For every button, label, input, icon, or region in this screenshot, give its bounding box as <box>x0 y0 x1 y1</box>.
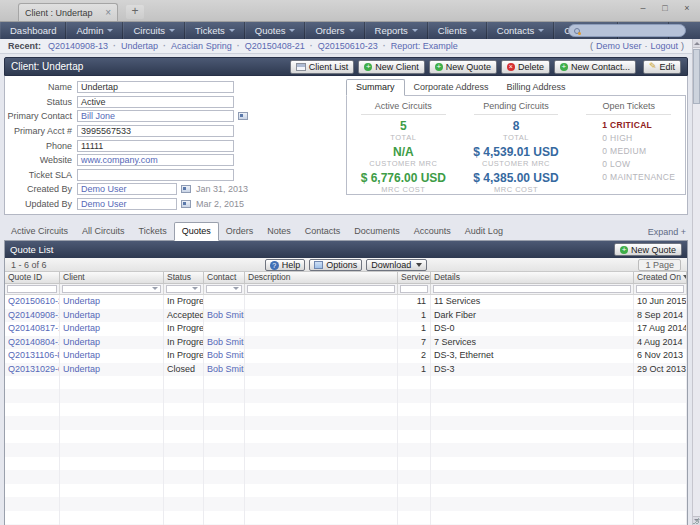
filter-quote-id[interactable] <box>7 285 57 293</box>
client-link[interactable]: Undertap <box>60 363 164 377</box>
col-status[interactable]: Status <box>164 272 204 283</box>
nav-item-reports[interactable]: Reports <box>365 22 428 39</box>
new-quote-button[interactable]: New Quote <box>614 243 682 256</box>
filter-contact-dropdown[interactable] <box>206 285 242 293</box>
filter-status-dropdown[interactable] <box>166 285 201 293</box>
tab-tickets[interactable]: Tickets <box>132 223 174 240</box>
user-link[interactable]: Demo User <box>596 41 642 51</box>
nav-item-tickets[interactable]: Tickets <box>185 22 245 39</box>
help-button[interactable]: Help <box>265 259 306 271</box>
tab-all-circuits[interactable]: All Circuits <box>75 223 132 240</box>
tab-orders[interactable]: Orders <box>219 223 261 240</box>
recent-link[interactable]: Q20140908-13 <box>48 41 108 51</box>
tab-summary[interactable]: Summary <box>346 79 405 96</box>
primary-contact-link[interactable]: Bill Jone <box>81 111 115 121</box>
name-field[interactable]: Undertap <box>77 81 234 93</box>
filter-details[interactable] <box>433 285 631 293</box>
created-by-link[interactable]: Demo User <box>81 184 127 194</box>
quote-id-link[interactable]: Q20140817-11 <box>5 322 60 336</box>
quote-id-link[interactable]: Q20140908-13 <box>5 309 60 323</box>
primary-acct-field[interactable]: 3995567533 <box>77 125 234 137</box>
quote-id-link[interactable]: Q20131029-6 <box>5 363 60 377</box>
contact-link[interactable]: Bob Smith <box>204 363 245 377</box>
recent-link[interactable]: Acacian Spring <box>158 41 232 51</box>
quote-id-link[interactable]: Q20131106-8 <box>5 349 60 363</box>
close-icon[interactable]: × <box>682 3 692 13</box>
table-row[interactable]: Q20140908-13 Undertap Accepted Bob Smith… <box>5 309 687 323</box>
contact-link[interactable] <box>204 295 245 309</box>
created-by-field[interactable]: Demo User <box>77 183 177 195</box>
col-quote-id[interactable]: Quote ID <box>5 272 60 283</box>
new-tab-button[interactable]: + <box>126 5 144 19</box>
scroll-up-icon[interactable] <box>693 39 700 48</box>
delete-button[interactable]: Delete <box>501 60 550 74</box>
col-client[interactable]: Client <box>60 272 164 283</box>
maximize-icon[interactable]: □ <box>660 3 670 13</box>
tab-billing-address[interactable]: Billing Address <box>498 80 575 95</box>
new-contact-button[interactable]: New Contact... <box>554 60 636 74</box>
col-created-on[interactable]: Created On <box>634 272 687 283</box>
client-list-button[interactable]: Client List <box>290 60 355 74</box>
expand-link[interactable]: Expand + <box>648 227 688 240</box>
nav-item-quotes[interactable]: Quotes <box>245 22 306 39</box>
scrollbar-thumb[interactable] <box>693 49 700 104</box>
tab-close-icon[interactable]: × <box>105 7 111 18</box>
tab-notes[interactable]: Notes <box>260 223 298 240</box>
updated-by-link[interactable]: Demo User <box>81 199 127 209</box>
recent-link[interactable]: Undertap <box>108 41 158 51</box>
col-details[interactable]: Details <box>431 272 634 283</box>
recent-link[interactable]: Q20150610-23 <box>305 41 378 51</box>
new-quote-button[interactable]: New Quote <box>429 60 497 74</box>
nav-item-circuits[interactable]: Circuits <box>123 22 185 39</box>
tab-quotes[interactable]: Quotes <box>174 222 219 241</box>
nav-item-contacts[interactable]: Contacts <box>487 22 555 39</box>
tab-documents[interactable]: Documents <box>347 223 407 240</box>
search-input[interactable] <box>583 26 680 36</box>
quote-id-link[interactable]: Q20150610-23 <box>5 295 60 309</box>
client-link[interactable]: Undertap <box>60 322 164 336</box>
nav-item-orders[interactable]: Orders <box>305 22 364 39</box>
website-link[interactable]: www.company.com <box>81 155 158 165</box>
recent-link[interactable]: Report: Example <box>378 41 458 51</box>
download-button[interactable]: Download <box>366 259 427 271</box>
website-field[interactable]: www.company.com <box>77 154 234 166</box>
filter-description[interactable] <box>247 285 395 293</box>
col-description[interactable]: Description <box>245 272 398 283</box>
contact-card-icon[interactable] <box>181 200 191 208</box>
options-button[interactable]: Options <box>309 259 362 271</box>
nav-item-admin[interactable]: Admin <box>66 22 123 39</box>
table-row[interactable]: Q20140817-11 Undertap In Progress 1 DS-0… <box>5 322 687 336</box>
primary-contact-field[interactable]: Bill Jone <box>77 110 234 122</box>
minimize-icon[interactable]: – <box>638 3 648 13</box>
contact-link[interactable]: Bob Smith <box>204 309 245 323</box>
client-link[interactable]: Undertap <box>60 349 164 363</box>
contact-card-icon[interactable] <box>238 112 248 120</box>
updated-by-field[interactable]: Demo User <box>77 198 177 210</box>
tab-corporate-address[interactable]: Corporate Address <box>405 80 498 95</box>
filter-services[interactable] <box>400 285 428 293</box>
tab-audit-log[interactable]: Audit Log <box>458 223 510 240</box>
contact-link[interactable]: Bob Smith <box>204 336 245 350</box>
tab-contacts[interactable]: Contacts <box>298 223 348 240</box>
table-row[interactable]: Q20131106-8 Undertap In Progress Bob Smi… <box>5 349 687 363</box>
client-link[interactable]: Undertap <box>60 295 164 309</box>
logout-link[interactable]: Logout <box>650 41 678 51</box>
col-services[interactable]: Services <box>398 272 431 283</box>
filter-client-dropdown[interactable] <box>62 285 161 293</box>
quote-id-link[interactable]: Q20140804-10 <box>5 336 60 350</box>
edit-button[interactable]: Edit <box>643 60 681 74</box>
vertical-scrollbar[interactable] <box>692 39 700 525</box>
col-contact[interactable]: Contact <box>204 272 245 283</box>
tab-active-circuits[interactable]: Active Circuits <box>4 223 75 240</box>
client-link[interactable]: Undertap <box>60 309 164 323</box>
new-client-button[interactable]: New Client <box>358 60 425 74</box>
nav-item-dashboard[interactable]: Dashboard <box>0 22 66 39</box>
recent-link[interactable]: Q20150408-21 <box>232 41 305 51</box>
table-row[interactable]: Q20140804-10 Undertap In Progress Bob Sm… <box>5 336 687 350</box>
tab-accounts[interactable]: Accounts <box>407 223 458 240</box>
filter-created-on[interactable] <box>636 285 684 293</box>
global-search[interactable] <box>568 24 686 37</box>
browser-tab[interactable]: Client : Undertap × <box>18 3 118 21</box>
table-row[interactable]: Q20150610-23 Undertap In Progress 11 11 … <box>5 295 687 309</box>
phone-field[interactable]: 11111 <box>77 140 234 152</box>
